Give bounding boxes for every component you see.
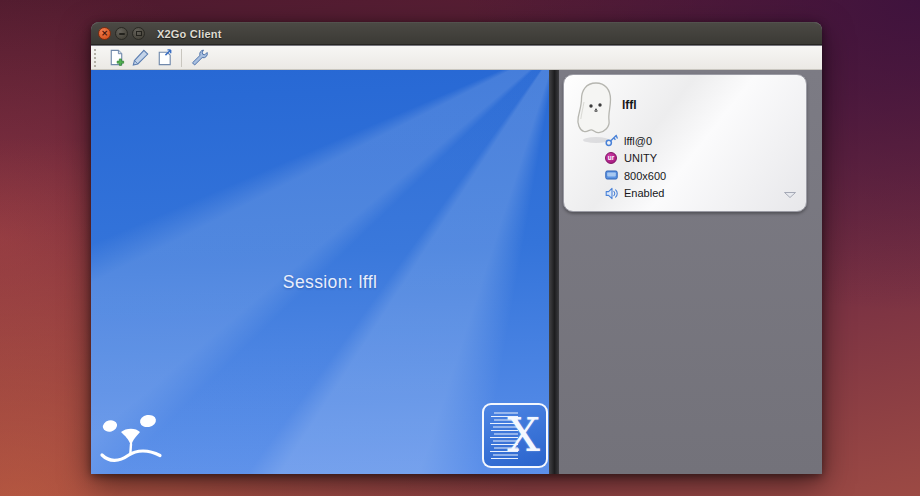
- close-button[interactable]: ✕: [98, 27, 111, 40]
- x2go-cat-face-graphic: [99, 411, 163, 467]
- speaker-icon: [604, 187, 618, 200]
- maximize-icon: [136, 31, 142, 36]
- titlebar[interactable]: ✕ X2Go Client: [91, 22, 822, 45]
- session-resolution-row: 800x600: [604, 169, 666, 182]
- session-details: lffl@0 ur UNITY: [604, 134, 666, 200]
- display-icon: [604, 169, 618, 182]
- maximize-button[interactable]: [132, 27, 145, 40]
- sessions-panel: lffl lffl@0: [559, 70, 822, 474]
- session-sound: Enabled: [624, 187, 664, 199]
- session-login-row: lffl@0: [604, 134, 666, 147]
- session-login: lffl@0: [624, 135, 652, 147]
- x2go-client-window: ✕ X2Go Client: [91, 22, 822, 474]
- toolbar-grip[interactable]: [94, 49, 99, 67]
- document-arrow-icon: [155, 48, 174, 67]
- x2go-logo-letter: X: [507, 407, 540, 463]
- content-area: Session: lffl: [91, 70, 822, 474]
- pane-splitter[interactable]: [549, 70, 559, 474]
- toolbar: [91, 46, 822, 70]
- edit-session-button[interactable]: [128, 47, 152, 69]
- ubuntu-desktop: ✕ X2Go Client: [0, 0, 920, 496]
- window-title: X2Go Client: [157, 28, 222, 40]
- chevron-down-icon[interactable]: [783, 185, 797, 203]
- session-resolution: 800x600: [624, 170, 666, 182]
- document-new-icon: [107, 48, 126, 67]
- minimize-icon: [119, 33, 125, 35]
- session-label: Session: lffl: [91, 272, 549, 293]
- key-icon: [604, 134, 618, 147]
- session-desktop: UNITY: [624, 152, 657, 164]
- session-desktop-row: ur UNITY: [604, 152, 666, 165]
- session-card[interactable]: lffl lffl@0: [563, 74, 807, 212]
- session-name: lffl: [622, 98, 637, 112]
- x2go-logo: X: [482, 403, 548, 468]
- wrench-icon: [190, 48, 209, 67]
- settings-button[interactable]: [187, 47, 211, 69]
- minimize-button[interactable]: [115, 27, 128, 40]
- session-wallpaper-pane: Session: lffl: [91, 70, 549, 474]
- unity-badge-icon: ur: [604, 152, 618, 165]
- open-session-button[interactable]: [152, 47, 176, 69]
- new-session-button[interactable]: [104, 47, 128, 69]
- session-sound-row: Enabled: [604, 187, 666, 200]
- pencil-icon: [131, 48, 150, 67]
- close-icon: ✕: [101, 30, 108, 38]
- toolbar-separator: [181, 49, 182, 67]
